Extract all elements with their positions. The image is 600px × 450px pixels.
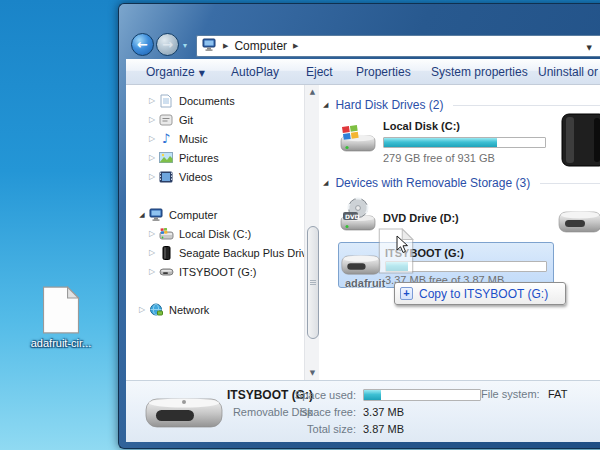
total-size-value: 3.87 MB <box>363 423 404 435</box>
svg-text:DVD: DVD <box>345 213 360 220</box>
computer-icon <box>202 38 217 54</box>
sidebar-item-local-disk-c[interactable]: ▷ Local Disk (C:) <box>126 224 304 243</box>
folder-view: ◢ Hard Disk Drives (2) <box>319 85 600 380</box>
scroll-up-icon[interactable]: ▲ <box>306 85 319 99</box>
external-drive-icon <box>158 246 174 260</box>
git-folder-icon <box>158 113 174 127</box>
details-pane: ITSYBOOT (G:) Removable Disk Space used:… <box>126 380 600 442</box>
scrollbar-thumb[interactable] <box>307 226 319 339</box>
forward-button[interactable]: → <box>156 33 179 56</box>
space-used-label: Space used: <box>256 389 356 401</box>
videos-icon <box>158 170 174 184</box>
documents-icon <box>158 94 174 108</box>
drag-ghost-label: adafruit <box>345 277 385 289</box>
breadcrumb-arrow-icon: ▶ <box>223 42 228 50</box>
sidebar-item-itsyboot[interactable]: ▷ ITSYBOOT (G:) <box>126 262 304 281</box>
scroll-down-icon[interactable]: ▼ <box>306 366 319 380</box>
external-drive-icon[interactable] <box>554 112 600 172</box>
drive-free-space: 279 GB free of 931 GB <box>383 152 495 164</box>
desktop-file-adafruit[interactable]: adafruit-cir... <box>22 286 100 349</box>
sidebar-item-git[interactable]: ▷ Git <box>126 110 304 129</box>
removable-drive-icon <box>158 265 174 279</box>
file-system-label: File system: <box>481 388 540 400</box>
capacity-bar <box>383 137 546 148</box>
document-icon <box>22 286 100 334</box>
command-toolbar: Organize▼ AutoPlay Eject Properties Syst… <box>126 59 600 85</box>
chevron-down-icon: ▼ <box>199 69 205 78</box>
mouse-cursor-icon <box>396 235 409 258</box>
expand-arrow-icon[interactable]: ▷ <box>146 267 158 276</box>
sidebar-item-computer[interactable]: ◢ Computer <box>126 205 304 224</box>
expand-arrow-icon[interactable]: ▷ <box>146 229 158 238</box>
sidebar-item-videos[interactable]: ▷ Videos <box>126 167 304 186</box>
sidebar-item-documents[interactable]: ▷ Documents <box>126 91 304 110</box>
explorer-window: ← → ▾ ▶ Computer ▶ ▼ Organiz <box>118 3 600 449</box>
back-button[interactable]: ← <box>131 33 154 56</box>
expand-arrow-icon[interactable]: ▷ <box>146 248 158 257</box>
sidebar-item-network[interactable]: ▷ Network <box>126 300 304 319</box>
group-header-hard-disks[interactable]: ◢ Hard Disk Drives (2) <box>323 98 600 112</box>
sidebar-item-music[interactable]: ▷ ♪ Music <box>126 129 304 148</box>
group-collapse-icon[interactable]: ◢ <box>323 101 328 109</box>
group-header-removable[interactable]: ◢ Devices with Removable Storage (3) <box>323 176 600 190</box>
recent-pages-chevron-icon[interactable]: ▾ <box>183 41 187 50</box>
copy-tooltip-text: Copy to ITSYBOOT (G:) <box>419 287 548 301</box>
expand-arrow-icon[interactable]: ▷ <box>146 134 158 143</box>
expand-arrow-icon[interactable]: ▷ <box>136 305 148 314</box>
expand-arrow-icon[interactable]: ▷ <box>146 115 158 124</box>
space-free-value: 3.37 MB <box>363 406 404 418</box>
address-dropdown-icon[interactable]: ▼ <box>587 44 592 52</box>
navigation-bar: ← → ▾ ▶ Computer ▶ ▼ <box>119 4 600 59</box>
navigation-pane: ▷ Documents ▷ Git ▷ ♪ Music ▷ Pictures ▷ <box>126 85 304 380</box>
uninstall-button[interactable]: Uninstall or ch <box>538 59 600 85</box>
dvd-drive-icon: DVD <box>338 196 378 242</box>
space-used-bar-fill <box>364 390 381 400</box>
properties-button[interactable]: Properties <box>356 59 411 85</box>
pictures-icon <box>158 151 174 165</box>
expand-arrow-icon[interactable]: ▷ <box>146 96 158 105</box>
collapse-arrow-icon[interactable]: ◢ <box>136 211 148 219</box>
address-bar[interactable]: ▶ Computer ▶ ▼ <box>196 35 600 57</box>
system-properties-button[interactable]: System properties <box>431 59 528 85</box>
drive-name: Local Disk (C:) <box>383 120 460 132</box>
expand-arrow-icon[interactable]: ▷ <box>146 153 158 162</box>
sidebar-item-pictures[interactable]: ▷ Pictures <box>126 148 304 167</box>
desktop: adafruit-cir... ← → ▾ ▶ Computer ▶ <box>0 0 600 450</box>
group-collapse-icon[interactable]: ◢ <box>323 179 328 187</box>
space-free-label: Space free: <box>256 406 356 418</box>
breadcrumb-computer[interactable]: Computer <box>234 39 287 53</box>
eject-button[interactable]: Eject <box>306 59 333 85</box>
copy-tooltip: + Copy to ITSYBOOT (G:) <box>394 282 566 305</box>
autoplay-button[interactable]: AutoPlay <box>231 59 279 85</box>
sidebar-item-seagate-drive[interactable]: ▷ Seagate Backup Plus Drive <box>126 243 304 262</box>
organize-button[interactable]: Organize▼ <box>146 59 205 85</box>
expand-arrow-icon[interactable]: ▷ <box>146 172 158 181</box>
music-note-icon: ♪ <box>158 132 174 146</box>
capacity-bar-fill <box>384 138 497 147</box>
space-used-bar <box>363 389 481 401</box>
removable-drive-icon[interactable] <box>557 204 600 246</box>
hard-drive-icon <box>338 122 378 166</box>
breadcrumb-arrow-icon[interactable]: ▶ <box>293 42 298 50</box>
file-system-value: FAT <box>548 388 567 400</box>
network-icon <box>148 303 164 317</box>
sidebar-scrollbar[interactable]: ▲ ▼ <box>304 85 319 380</box>
total-size-label: Total size: <box>256 423 356 435</box>
drive-name: DVD Drive (D:) <box>383 212 459 224</box>
plus-icon: + <box>400 287 413 300</box>
computer-icon <box>148 208 164 222</box>
desktop-file-label: adafruit-cir... <box>22 337 100 349</box>
local-disk-icon <box>158 227 174 241</box>
